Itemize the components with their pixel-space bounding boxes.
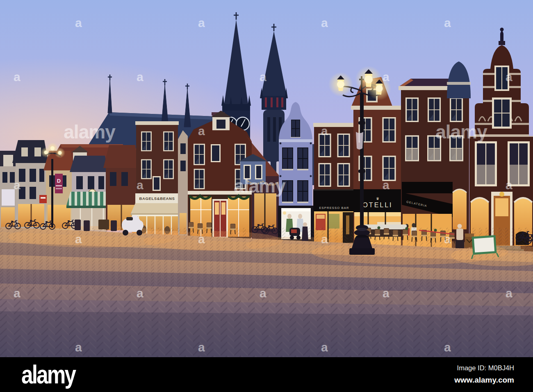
- watermark-letter: a: [444, 16, 451, 29]
- table-plant: [378, 227, 380, 229]
- watermark-letter: a: [321, 16, 328, 29]
- alamy-logo: alamy: [21, 360, 76, 389]
- watermark-letter: a: [444, 232, 451, 246]
- watermark-letter: a: [137, 286, 144, 300]
- table-plant: [434, 229, 437, 232]
- watermark-letter: a: [506, 178, 512, 192]
- bagels-beans-sign: BAGELS&BEANS: [139, 196, 175, 201]
- watermark-letter: a: [75, 232, 82, 246]
- watermark-letter: a: [137, 70, 144, 84]
- watermark-letter: a: [383, 286, 390, 300]
- watermark-letter: a: [383, 178, 390, 192]
- espresso-bar-building: ESPRESSO BAR: [313, 123, 355, 246]
- city-banner: D: [55, 174, 63, 193]
- watermark-letter: a: [198, 124, 205, 138]
- watermark-letter: a: [260, 286, 266, 300]
- stock-photo: D: [0, 0, 533, 392]
- watermark-letter: a: [321, 340, 328, 354]
- watermark-word: alamy: [64, 121, 116, 143]
- buildings-left: D: [0, 140, 139, 232]
- red-shop-sign: [39, 195, 47, 203]
- watermark-letter: a: [198, 232, 205, 246]
- lantern-left: [328, 72, 353, 97]
- espresso-bar-sign: ESPRESSO BAR: [319, 206, 349, 210]
- cream-awning: [131, 203, 183, 213]
- watermark-letter: a: [75, 340, 82, 354]
- gable-window: [492, 97, 512, 129]
- watermark-letter: a: [14, 178, 20, 192]
- watermark-letter: a: [444, 340, 451, 354]
- table-plant: [405, 227, 408, 230]
- watermark-letter: a: [198, 16, 205, 29]
- watermark-letter: a: [198, 340, 205, 354]
- image-id-text: Image ID: M0BJ4H: [457, 364, 514, 372]
- banner-letter: D: [57, 178, 61, 184]
- watermark-letter: a: [75, 16, 82, 29]
- watermark-letter: a: [260, 70, 266, 84]
- alamy-footer-bar: alamy Image ID: M0BJ4H www.alamy.com: [0, 357, 533, 392]
- arched-window: [453, 189, 467, 229]
- gelateria-fascia: [402, 182, 453, 193]
- watermark-letter: a: [506, 70, 512, 84]
- otelli-sign: OTELLI: [362, 202, 392, 208]
- watermark-letter: a: [137, 178, 144, 192]
- watermark-letter: a: [321, 124, 328, 138]
- alamy-url-text: www.alamy.com: [454, 376, 514, 384]
- watermark-letter: a: [14, 70, 20, 84]
- pole-banner: [356, 132, 363, 150]
- scene-canvas: D: [0, 0, 533, 392]
- watermark-letter: a: [506, 286, 512, 300]
- watermark-word: alamy: [435, 121, 487, 143]
- crown-icon: ♛: [376, 197, 379, 201]
- watermark-letter: a: [321, 232, 328, 246]
- narrow-house: [178, 130, 188, 236]
- door-ornament: [499, 192, 504, 197]
- watermark-word: alamy: [234, 175, 286, 197]
- watermark-letter: a: [383, 70, 390, 84]
- chalkboard: [98, 220, 109, 229]
- watermark-letter: a: [14, 286, 20, 300]
